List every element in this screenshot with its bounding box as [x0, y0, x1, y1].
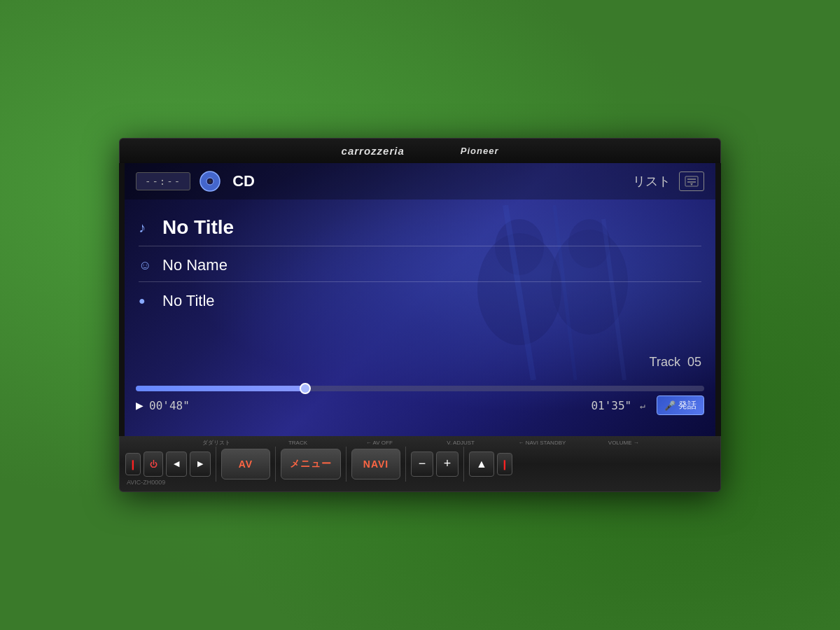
phone-button-label: 発話 [678, 399, 696, 412]
artist-row: ☺ No Name [139, 246, 701, 282]
album-row: ● No Title [139, 282, 701, 317]
disc-icon: ● [139, 295, 155, 307]
music-note-icon: ♪ [139, 220, 155, 236]
track-number-display: Track 05 [650, 355, 701, 370]
divider-4 [405, 447, 406, 482]
right-indicator: ❙ [497, 453, 512, 475]
top-bar: --:-- CD リスト [125, 163, 715, 200]
track-title: No Title [162, 216, 234, 239]
top-label-0: ダダリスト [176, 439, 257, 447]
down-menu-button[interactable] [679, 172, 704, 191]
top-label-4: ← NAVI STANDBY [501, 440, 582, 446]
phone-button[interactable]: 🎤 発話 [657, 396, 704, 415]
list-button[interactable]: リスト [633, 173, 671, 190]
control-panel: AVIC-ZH0009 ダダリスト TRACK ← AV OFF V. ADJU… [119, 436, 721, 492]
play-icon: ▶ [136, 400, 144, 411]
progress-thumb [300, 383, 311, 394]
screen: --:-- CD リスト [119, 163, 721, 436]
divider-5 [463, 447, 464, 482]
svg-point-9 [209, 180, 211, 183]
brand-carrozzeria: carrozzeria [342, 145, 405, 157]
top-label-3: V. ADJUST [420, 440, 501, 446]
top-label-2: ← AV OFF [339, 440, 420, 446]
model-label: AVIC-ZH0009 [127, 479, 165, 486]
cd-disc-icon [199, 170, 221, 192]
album-title: No Title [162, 292, 215, 310]
navi-button[interactable]: NAVI [351, 449, 400, 479]
progress-fill [136, 386, 307, 391]
left-indicator: ❙ [125, 453, 141, 475]
top-label-5: VOLUME → [583, 440, 664, 446]
media-type-label: CD [232, 172, 255, 190]
divider-3 [346, 447, 346, 482]
progress-bar[interactable] [136, 386, 704, 391]
prev-track-button[interactable]: ◀ [166, 451, 187, 477]
volume-down-button[interactable]: − [411, 451, 433, 477]
time-display: --:-- [136, 172, 190, 190]
progress-area: ▶ 00'48" 01'35" ↵ 🎤 発話 [125, 380, 715, 436]
top-labels: ダダリスト TRACK ← AV OFF V. ADJUST ← NAVI ST… [120, 439, 720, 447]
eject-button[interactable]: ▲ [469, 451, 494, 477]
artist-icon: ☺ [139, 258, 155, 273]
content-area: ♪ No Title ☺ No Name ● No Title [125, 200, 715, 380]
next-track-button[interactable]: ▶ [190, 451, 211, 477]
brand-pioneer: Pioneer [461, 146, 499, 156]
screen-inner: --:-- CD リスト [125, 163, 715, 436]
elapsed-time: 00'48" [149, 399, 190, 412]
divider-1 [216, 447, 216, 482]
menu-button[interactable]: メニュー [281, 449, 341, 479]
prev-icon: ◀ [174, 459, 179, 468]
phone-icon: 🎤 [664, 400, 676, 411]
track-title-row: ♪ No Title [139, 206, 701, 246]
av-button[interactable]: AV [221, 449, 270, 479]
time-row: ▶ 00'48" 01'35" ↵ 🎤 発話 [136, 396, 704, 415]
svg-marker-13 [690, 183, 693, 186]
divider-2 [275, 447, 276, 482]
total-time: 01'35" [591, 399, 631, 412]
artist-name: No Name [162, 256, 227, 274]
car-stereo-device: carrozzeria Pioneer --:-- [119, 138, 721, 492]
power-button[interactable]: ⏻ [144, 451, 163, 477]
power-icon: ⏻ [150, 460, 158, 468]
volume-up-button[interactable]: + [436, 451, 458, 477]
top-bezel: carrozzeria Pioneer [119, 138, 721, 163]
next-icon: ▶ [197, 459, 203, 468]
top-label-1: TRACK [257, 440, 338, 446]
